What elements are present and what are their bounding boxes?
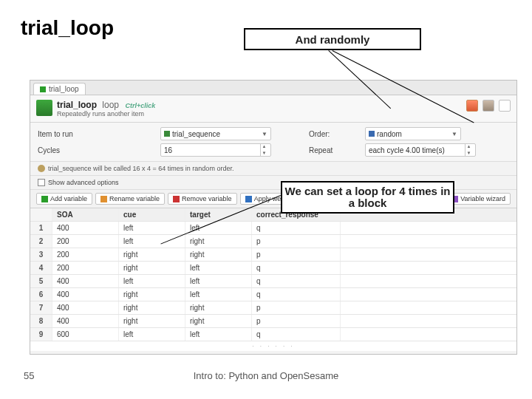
table-cell[interactable]: p bbox=[252, 315, 341, 327]
variable-wizard-button[interactable]: Variable wizard bbox=[446, 193, 511, 205]
table-row[interactable]: 3200rightrightp bbox=[30, 248, 516, 262]
table-row[interactable]: 7400rightrightp bbox=[30, 301, 516, 315]
table-cell[interactable]: left bbox=[185, 262, 252, 274]
repeat-value: each cycle 4.00 time(s) bbox=[369, 146, 465, 154]
table-cell[interactable]: q bbox=[252, 275, 341, 287]
repeat-input[interactable]: each cycle 4.00 time(s) ▲▼ bbox=[365, 143, 476, 157]
table-cell[interactable]: right bbox=[119, 248, 185, 261]
app-window: trial_loop trial_loop loop Ctrl+click Re… bbox=[30, 80, 517, 355]
callout-random: And randomly bbox=[244, 28, 421, 50]
order-select[interactable]: random ▼ bbox=[365, 127, 461, 140]
tab-trial-loop[interactable]: trial_loop bbox=[33, 83, 86, 95]
resize-handle[interactable]: · · · · · · bbox=[30, 341, 516, 351]
table-cell[interactable]: right bbox=[185, 315, 252, 327]
slide-title: trial_loop bbox=[21, 16, 114, 40]
table-row[interactable]: 4200rightleftq bbox=[30, 262, 516, 275]
table-cell[interactable]: right bbox=[185, 301, 252, 314]
table-cell[interactable]: 400 bbox=[52, 315, 119, 327]
item-to-run-select[interactable]: trial_sequence ▼ bbox=[160, 127, 271, 140]
table-cell[interactable]: 5 bbox=[30, 275, 52, 287]
table-cell[interactable]: 6 bbox=[30, 288, 52, 301]
table-cell[interactable]: 400 bbox=[52, 301, 119, 314]
help-icon[interactable] bbox=[499, 100, 511, 112]
column-header[interactable] bbox=[30, 208, 52, 221]
column-header[interactable]: cue bbox=[119, 208, 185, 221]
table-row[interactable]: 9600leftleftq bbox=[30, 328, 516, 341]
table-cell[interactable]: p bbox=[252, 248, 341, 261]
item-hint: Ctrl+click bbox=[125, 102, 155, 109]
kill-icon[interactable] bbox=[466, 100, 478, 112]
table-cell[interactable]: 4 bbox=[30, 262, 52, 274]
table-row[interactable]: 5400leftleftq bbox=[30, 275, 516, 288]
order-icon bbox=[369, 131, 375, 137]
table-cell[interactable]: 9 bbox=[30, 328, 52, 341]
clipboard-icon[interactable] bbox=[482, 100, 494, 112]
item-subtitle: Repeatedly runs another item bbox=[57, 110, 466, 117]
table-cell[interactable]: right bbox=[185, 248, 252, 261]
table-row[interactable]: 6400rightleftq bbox=[30, 288, 516, 301]
add-variable-button[interactable]: Add variable bbox=[36, 193, 92, 205]
table-cell[interactable]: p bbox=[252, 301, 341, 314]
info-icon bbox=[38, 165, 45, 172]
table-cell[interactable]: 600 bbox=[52, 328, 119, 341]
table-cell[interactable]: 1 bbox=[30, 222, 52, 234]
cycles-spinner[interactable]: ▲▼ bbox=[260, 143, 267, 157]
loop-icon bbox=[40, 86, 46, 92]
summary-row: trial_sequence will be called 16 x 4 = 6… bbox=[30, 162, 516, 176]
rename-variable-button[interactable]: Rename variable bbox=[95, 193, 165, 205]
loop-big-icon bbox=[36, 100, 52, 116]
table-cell[interactable]: left bbox=[185, 328, 252, 341]
table-cell[interactable]: left bbox=[185, 222, 252, 234]
checkbox[interactable] bbox=[38, 179, 45, 186]
table-row[interactable]: 8400rightrightp bbox=[30, 315, 516, 328]
table-cell[interactable]: q bbox=[252, 288, 341, 301]
variable-table: SOAcuetargetcorrect_response 1400leftlef… bbox=[30, 208, 516, 351]
column-header[interactable]: SOA bbox=[52, 208, 119, 221]
table-cell[interactable]: p bbox=[252, 235, 341, 248]
tab-label: trial_loop bbox=[49, 85, 79, 93]
table-cell[interactable]: right bbox=[185, 235, 252, 248]
table-cell[interactable]: q bbox=[252, 262, 341, 274]
loop-fields: Item to run trial_sequence ▼ Order: rand… bbox=[30, 123, 516, 162]
table-cell[interactable]: left bbox=[119, 328, 185, 341]
table-cell[interactable]: 2 bbox=[30, 235, 52, 248]
table-cell[interactable]: 3 bbox=[30, 248, 52, 261]
summary-text: trial_sequence will be called 16 x 4 = 6… bbox=[48, 165, 233, 172]
table-cell[interactable]: left bbox=[119, 275, 185, 287]
table-cell[interactable]: right bbox=[119, 301, 185, 314]
order-label: Order: bbox=[309, 130, 361, 138]
table-cell[interactable]: 8 bbox=[30, 315, 52, 327]
table-cell[interactable]: 400 bbox=[52, 288, 119, 301]
table-cell[interactable]: 200 bbox=[52, 235, 119, 248]
table-row[interactable]: 1400leftleftq bbox=[30, 222, 516, 235]
table-cell[interactable]: 7 bbox=[30, 301, 52, 314]
item-to-run-value: trial_sequence bbox=[172, 130, 220, 138]
table-cell[interactable]: q bbox=[252, 222, 341, 234]
table-cell[interactable]: 400 bbox=[52, 275, 119, 287]
table-cell[interactable]: 400 bbox=[52, 222, 119, 234]
chevron-down-icon: ▼ bbox=[262, 131, 267, 137]
table-cell[interactable]: right bbox=[119, 315, 185, 327]
item-title: trial_loop bbox=[57, 100, 97, 110]
weights-icon bbox=[245, 196, 252, 202]
table-cell[interactable]: 200 bbox=[52, 262, 119, 274]
table-cell[interactable]: 200 bbox=[52, 248, 119, 261]
table-cell[interactable]: q bbox=[252, 328, 341, 341]
item-header: trial_loop loop Ctrl+click Repeatedly ru… bbox=[30, 95, 516, 123]
remove-variable-button[interactable]: Remove variable bbox=[168, 193, 237, 205]
table-cell[interactable]: left bbox=[185, 288, 252, 301]
table-row[interactable]: 2200leftrightp bbox=[30, 235, 516, 248]
item-type: loop bbox=[102, 100, 119, 110]
table-cell[interactable]: left bbox=[119, 222, 185, 234]
tab-bar: trial_loop bbox=[30, 81, 516, 95]
item-to-run-label: Item to run bbox=[38, 130, 156, 138]
rename-icon bbox=[100, 196, 107, 202]
table-cell[interactable]: right bbox=[119, 262, 185, 274]
table-cell[interactable]: left bbox=[185, 275, 252, 287]
chevron-down-icon: ▼ bbox=[451, 131, 457, 137]
repeat-spinner[interactable]: ▲▼ bbox=[465, 143, 472, 157]
table-cell[interactable]: right bbox=[119, 288, 185, 301]
repeat-label: Repeat bbox=[309, 146, 361, 154]
cycles-value: 16 bbox=[164, 146, 260, 154]
cycles-input[interactable]: 16 ▲▼ bbox=[160, 143, 271, 157]
